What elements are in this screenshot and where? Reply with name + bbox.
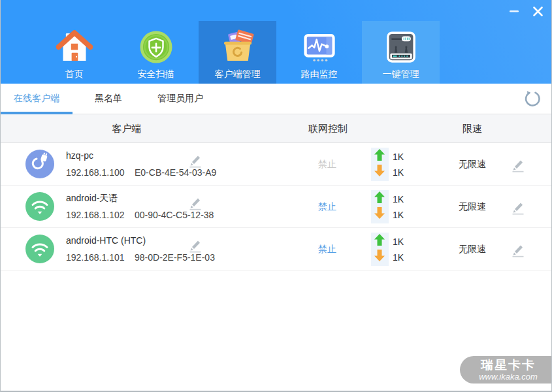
device-ip: 192.168.1.102	[66, 210, 125, 220]
nav-label: 客户端管理	[215, 69, 261, 79]
speed-limit-value: 无限速	[446, 186, 498, 228]
speed-limit-value: 无限速	[446, 228, 498, 270]
nav-item-home[interactable]: 首页	[35, 21, 113, 84]
router-manager-window: 首页 安全扫描	[0, 0, 552, 392]
brand-name: 瑞星卡卡	[481, 359, 536, 372]
forbid-link[interactable]: 禁止	[301, 186, 353, 228]
download-speed: 1K	[393, 167, 404, 178]
device-ip: 192.168.1.100	[66, 167, 125, 178]
nav-label: 一键管理	[383, 69, 419, 79]
column-header-limit: 限速	[433, 114, 511, 142]
client-list: hzq-pc 192.168.1.100 E0-CB-4E-54-03-A9 禁…	[1, 143, 551, 270]
pencil-icon	[510, 242, 526, 257]
device-mac: E0-CB-4E-54-03-A9	[135, 167, 216, 178]
close-icon	[532, 6, 544, 17]
column-header-client: 客户端	[88, 114, 166, 142]
download-speed: 1K	[393, 252, 404, 263]
upload-speed: 1K	[393, 194, 404, 204]
device-ip: 192.168.1.101	[66, 252, 125, 263]
client-row: android-天语 192.168.1.102 00-90-4C-C5-12-…	[1, 186, 551, 228]
device-name: android-天语	[66, 193, 118, 204]
nav-item-client-management[interactable]: 客户端管理	[199, 21, 276, 84]
upload-arrow-icon	[374, 234, 385, 246]
brand-site: www.ikaka.com	[479, 372, 538, 382]
upload-arrow-icon	[374, 191, 385, 203]
app-header: 首页 安全扫描	[1, 0, 551, 84]
onekey-management-icon	[383, 29, 419, 65]
nav-label: 路由监控	[301, 69, 338, 79]
pencil-icon	[510, 157, 526, 172]
brand-watermark: 瑞星卡卡 www.ikaka.com	[460, 356, 551, 384]
table-header: 客户端 联网控制 限速	[1, 114, 551, 143]
refresh-button[interactable]	[523, 90, 541, 108]
nav-item-onekey-management[interactable]: 一键管理	[362, 21, 440, 84]
refresh-icon	[523, 90, 541, 108]
edit-limit-button[interactable]	[510, 157, 526, 172]
nav-item-security-scan[interactable]: 安全扫描	[117, 21, 195, 84]
device-name: android-HTC (HTC)	[66, 235, 146, 246]
forbid-link[interactable]: 禁止	[301, 228, 353, 270]
device-mac: 98-0D-2E-F5-1E-03	[135, 252, 215, 263]
pencil-icon	[510, 199, 526, 215]
edit-limit-button[interactable]	[510, 199, 526, 215]
window-controls	[506, 4, 546, 18]
device-mac: 00-90-4C-C5-12-38	[135, 210, 214, 220]
wifi-device-icon	[25, 235, 54, 263]
tab-online-clients[interactable]: 在线客户端	[1, 84, 73, 114]
column-header-control: 联网控制	[289, 114, 367, 142]
edit-limit-button[interactable]	[510, 242, 526, 257]
router-monitor-icon	[301, 29, 338, 65]
tab-blacklist[interactable]: 黑名单	[73, 84, 144, 114]
upload-speed: 1K	[393, 152, 404, 162]
pencil-icon	[187, 237, 203, 253]
edit-name-button[interactable]	[187, 195, 203, 210]
client-row: hzq-pc 192.168.1.100 E0-CB-4E-54-03-A9 禁…	[1, 143, 551, 186]
forbid-link[interactable]: 禁止	[301, 143, 353, 186]
home-icon	[56, 29, 93, 65]
upload-arrow-icon	[374, 149, 385, 161]
nav-label: 首页	[65, 69, 84, 79]
download-speed: 1K	[393, 210, 404, 220]
wifi-device-icon	[25, 192, 54, 221]
download-arrow-icon	[374, 207, 385, 219]
download-arrow-icon	[374, 250, 385, 261]
tab-admin-users[interactable]: 管理员用户	[144, 84, 216, 114]
edit-name-button[interactable]	[187, 152, 203, 168]
main-nav: 首页 安全扫描	[35, 21, 440, 84]
minimize-icon	[509, 6, 519, 16]
pencil-icon	[187, 152, 203, 168]
minimize-button[interactable]	[506, 4, 523, 18]
wired-device-icon	[25, 150, 54, 178]
pencil-icon	[187, 195, 203, 210]
device-name: hzq-pc	[66, 150, 93, 161]
tab-bar: 在线客户端 黑名单 管理员用户	[1, 84, 551, 114]
client-management-icon	[219, 29, 256, 65]
download-arrow-icon	[374, 165, 385, 176]
edit-name-button[interactable]	[187, 237, 203, 253]
client-row: android-HTC (HTC) 192.168.1.101 98-0D-2E…	[1, 228, 551, 270]
close-button[interactable]	[529, 4, 546, 18]
nav-label: 安全扫描	[138, 69, 174, 79]
upload-speed: 1K	[393, 237, 404, 247]
nav-item-router-monitor[interactable]: 路由监控	[280, 21, 358, 84]
security-scan-icon	[138, 29, 174, 65]
speed-limit-value: 无限速	[446, 143, 498, 186]
